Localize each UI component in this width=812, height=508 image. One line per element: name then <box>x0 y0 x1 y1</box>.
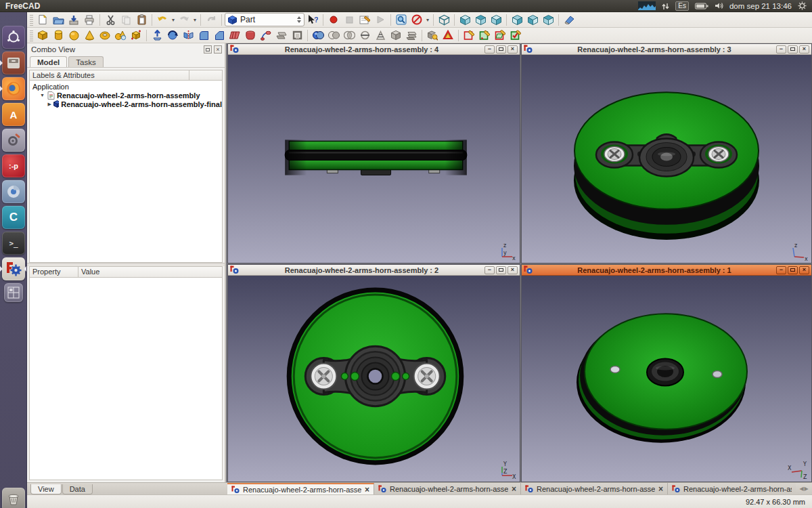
part-loft-button[interactable] <box>243 28 258 43</box>
session-gear-icon[interactable] <box>798 1 807 10</box>
close-button[interactable]: × <box>799 45 809 54</box>
sketch-edit-button[interactable] <box>477 28 492 43</box>
part-thickness-button[interactable] <box>290 28 304 43</box>
window-tab-4[interactable]: Renacuajo-wheel-2-arms-horn-assembly : <box>668 483 796 494</box>
mdi-window-4[interactable]: Renacuajo-wheel-2-arms-horn-assembly : 4… <box>227 43 520 263</box>
open-document-button[interactable] <box>51 13 66 27</box>
window-titlebar[interactable]: Renacuajo-wheel-2-arms-horn-assembly : 1… <box>522 265 811 276</box>
maximize-button[interactable] <box>788 266 798 274</box>
window-titlebar[interactable]: Renacuajo-wheel-2-arms-horn-assembly : 4… <box>228 44 520 55</box>
part-primitives-button[interactable] <box>113 28 128 43</box>
launcher-smiley-app-icon[interactable]: :-p <box>2 154 25 177</box>
close-button[interactable]: × <box>508 266 518 274</box>
value-column-header[interactable]: Value <box>78 267 222 277</box>
maximize-button[interactable] <box>496 45 506 54</box>
macro-play-button[interactable] <box>373 13 388 27</box>
tab-close-icon[interactable]: × <box>658 484 663 494</box>
toolbar-grip[interactable] <box>30 14 33 26</box>
tab-tasks[interactable]: Tasks <box>68 56 103 67</box>
part-compsolid-button[interactable] <box>404 28 419 43</box>
battery-icon[interactable] <box>695 3 708 9</box>
viewport-top[interactable]: Y Z X <box>228 276 520 482</box>
refresh-button[interactable] <box>204 13 219 27</box>
tree-expander[interactable]: ▶ <box>47 102 51 107</box>
view-left-button[interactable] <box>541 13 556 27</box>
new-document-button[interactable] <box>35 13 50 27</box>
part-shapebuilder-button[interactable] <box>129 28 143 43</box>
window-tab-2[interactable]: Renacuajo-wheel-2-arms-horn-assembly : 2… <box>374 483 521 494</box>
launcher-settings-icon[interactable] <box>2 129 25 152</box>
tab-scroll-left[interactable]: ◀ <box>799 486 803 492</box>
minimize-button[interactable]: − <box>484 45 495 54</box>
sound-icon[interactable] <box>715 2 723 9</box>
window-titlebar[interactable]: Renacuajo-wheel-2-arms-horn-assembly : 2… <box>228 265 520 276</box>
save-button[interactable] <box>66 13 81 27</box>
launcher-freecad-icon[interactable] <box>2 257 25 280</box>
tab-scroll-right[interactable]: ▶ <box>805 486 809 492</box>
redo-button[interactable] <box>177 13 191 27</box>
viewport-front[interactable]: z y x <box>228 55 520 263</box>
check-geometry-button[interactable] <box>425 28 440 43</box>
panel-float-button[interactable] <box>204 45 212 54</box>
launcher-trash-icon[interactable] <box>2 488 25 508</box>
view-front-button[interactable] <box>457 13 472 27</box>
mdi-window-1[interactable]: Renacuajo-wheel-2-arms-horn-assembly : 1… <box>521 264 812 482</box>
cut-button[interactable] <box>103 13 118 27</box>
sketch-map-button[interactable] <box>493 28 508 43</box>
part-sweep-button[interactable] <box>258 28 273 43</box>
window-tab-1[interactable]: Renacuajo-wheel-2-arms-horn-assembly : 1… <box>227 483 374 494</box>
fit-all-button[interactable] <box>394 13 409 27</box>
property-column-header[interactable]: Property <box>30 267 78 277</box>
part-compound-button[interactable] <box>388 28 403 43</box>
part-fillet-button[interactable] <box>196 28 211 43</box>
view-right-button[interactable] <box>489 13 503 27</box>
part-offset-button[interactable] <box>274 28 289 43</box>
view-axonometric-button[interactable] <box>436 13 451 27</box>
tree-expander[interactable]: ▼ <box>39 93 45 98</box>
viewport-bottom-isometric[interactable]: Y X Z <box>522 276 811 482</box>
draw-style-button[interactable] <box>409 13 424 27</box>
macro-record-button[interactable] <box>326 13 341 27</box>
macro-edit-button[interactable] <box>357 13 372 27</box>
whats-this-button[interactable]: ? <box>305 13 320 27</box>
boolean-union-button[interactable] <box>311 28 325 43</box>
mdi-window-3[interactable]: Renacuajo-wheel-2-arms-horn-assembly : 3… <box>521 43 812 263</box>
boolean-common-button[interactable] <box>342 28 357 43</box>
tab-close-icon[interactable]: × <box>512 484 516 494</box>
workbench-spinner[interactable] <box>297 16 301 23</box>
part-revolve-button[interactable] <box>165 28 180 43</box>
tree-header-label[interactable]: Labels & Attributes <box>30 70 189 80</box>
launcher-chromium-icon[interactable] <box>2 180 25 203</box>
macro-stop-button[interactable] <box>342 13 357 27</box>
window-tab-3[interactable]: Renacuajo-wheel-2-arms-horn-assembly : 3… <box>521 483 668 494</box>
undo-dropdown[interactable]: ▾ <box>171 17 176 23</box>
minimize-button[interactable]: − <box>776 266 786 274</box>
toolbar-grip[interactable] <box>30 30 33 41</box>
draw-style-dropdown[interactable]: ▾ <box>425 17 430 23</box>
redo-dropdown[interactable]: ▾ <box>192 17 198 23</box>
part-chamfer-button[interactable] <box>212 28 227 43</box>
launcher-c-app-icon[interactable]: C <box>2 206 25 229</box>
part-torus-button[interactable] <box>97 28 112 43</box>
sketch-validate-button[interactable] <box>508 28 523 43</box>
view-top-button[interactable] <box>473 13 488 27</box>
part-sphere-button[interactable] <box>66 28 81 43</box>
panel-close-button[interactable]: × <box>214 45 222 54</box>
print-button[interactable] <box>82 13 97 27</box>
close-button[interactable]: × <box>799 266 809 274</box>
part-cross-sections-button[interactable] <box>373 28 388 43</box>
tab-model[interactable]: Model <box>30 56 67 67</box>
clock[interactable]: dom sep 21 13:46 <box>729 2 792 10</box>
part-cone-button[interactable] <box>82 28 97 43</box>
copy-button[interactable] <box>118 13 133 27</box>
window-titlebar[interactable]: Renacuajo-wheel-2-arms-horn-assembly : 3… <box>522 44 811 55</box>
tab-view[interactable]: View <box>30 484 62 494</box>
minimize-button[interactable]: − <box>776 45 786 54</box>
part-section-button[interactable] <box>357 28 372 43</box>
part-ruled-surface-button[interactable] <box>227 28 242 43</box>
sketch-new-button[interactable] <box>461 28 476 43</box>
tab-data[interactable]: Data <box>62 484 93 494</box>
tree-root[interactable]: Application <box>32 82 222 91</box>
workbench-selector[interactable]: Part <box>225 13 304 26</box>
part-mirror-button[interactable] <box>181 28 196 43</box>
